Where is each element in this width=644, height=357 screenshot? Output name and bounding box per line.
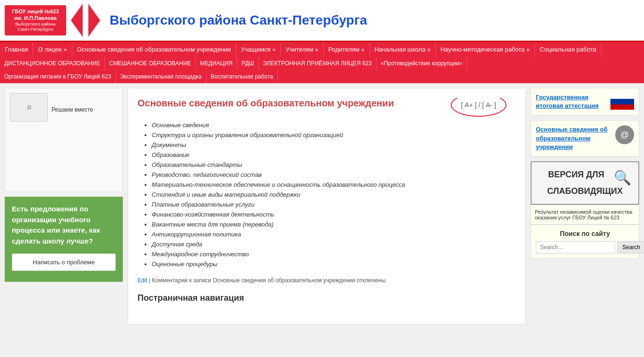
list-item[interactable]: Международное сотрудничество [152,251,516,258]
nav-row-3: Организация питания в ГБОУ Лицей 623 Экс… [0,70,644,83]
content-wrapper: 🖼 Решаем вместе Есть предложения по орга… [0,83,644,329]
gia-link[interactable]: Государственная итоговая аттестация [536,94,599,109]
russian-flag-icon [610,93,634,110]
logo-triangle-left [71,4,83,37]
nav-education-work[interactable]: Воспитательная работа [206,70,278,83]
search-button[interactable]: Search [617,241,644,253]
list-item[interactable]: Вакантные места для приема (перевода) [152,221,516,228]
list-item[interactable]: Образовательные стандарты [152,161,516,168]
nav-science[interactable]: Научно-методическая работа » [436,42,535,57]
nav-teachers[interactable]: Учителям » [281,42,323,57]
list-item[interactable]: Финансово-хозяйственная деятельность [152,211,516,218]
nav-mixed[interactable]: СМЕШАННОЕ ОБРАЗОВАНИЕ [105,57,196,70]
list-item[interactable]: Материально-техническое обеспечение и ос… [152,181,516,188]
list-item[interactable]: Документы [152,141,516,148]
pagination-title: Постраничная навигация [137,293,516,303]
flag-blue-stripe [610,99,634,104]
nav-students[interactable]: Учащимся » [236,42,281,57]
logo-box: ГБОУ лицей №623 им. И.П.Павлова Выборгск… [5,5,66,35]
info-list: Основные сведения Структура и органы упр… [152,122,516,268]
email-at-icon: @ [615,125,634,144]
edit-link[interactable]: Edit [137,277,147,284]
sidebar-green-widget: Есть предложения по организации учебного… [5,197,123,282]
nav-nutrition[interactable]: Организация питания в ГБОУ Лицей 623 [0,70,116,83]
header-title: Выборгского района Санкт-Петербурга [110,13,367,28]
main-content-area: [ А+ ] / [ А- ] Основные сведения об обр… [128,88,526,324]
sidebar-top-widget: 🖼 Решаем вместе [5,88,123,192]
nav-row-1: Главная О лицее » Основные сведения об о… [0,42,644,57]
logo-district: Выборгского района [9,22,61,27]
nav-row-2: ДИСТАНЦИОННОЕ ОБРАЗОВАНИЕ СМЕШАННОЕ ОБРА… [0,57,644,70]
nav-mediation[interactable]: МЕДИАЦИЯ [196,57,237,70]
green-widget-text: Есть предложения по организации учебного… [12,204,116,246]
logo-city: Санкт-Петербурга [9,27,61,33]
gia-widget: Государственная итоговая аттестация [531,88,639,115]
sidebar-logo-image: 🖼 [10,93,48,122]
list-item[interactable]: Доступная среда [152,241,516,248]
search-widget-title: Поиск по сайту [536,230,634,237]
edit-line: Edit | Комментарии к записи Основные све… [137,277,516,284]
nav-distance[interactable]: ДИСТАНЦИОННОЕ ОБРАЗОВАНИЕ [0,57,105,70]
nav-experiment[interactable]: Экспериментальная площадка [116,70,206,83]
list-item[interactable]: Структура и органы управления образовате… [152,131,516,139]
nav-info[interactable]: Основные сведения об образовательном учр… [72,42,236,57]
search-row: Search [536,241,634,253]
font-size-controls[interactable]: [ А+ ] / [ А- ] [451,98,507,117]
nav-about[interactable]: О лицее » [33,42,72,57]
sidebar-right: Государственная итоговая аттестация @ Ос… [531,88,639,324]
write-problem-button[interactable]: Написать о проблеме [12,253,116,271]
header-logo: ГБОУ лицей №623 им. И.П.Павлова Выборгск… [5,4,100,37]
comment-text: | Комментарии к записи Основные сведения… [149,277,386,284]
list-item[interactable]: Антикоррупционная политика [152,231,516,238]
nav-rdsh[interactable]: РДШ [237,57,258,70]
basic-info-link[interactable]: Основные сведения об образовательном учр… [536,126,608,150]
flag-white-stripe [610,93,634,99]
list-item[interactable]: Образование [152,151,516,158]
nav-reception[interactable]: ЭЛЕКТРОННАЯ ПРИЁМНАЯ ЛИЦЕЯ 623 [259,57,377,70]
flag-red-stripe [610,104,634,110]
logo-school-num: ГБОУ лицей №623 им. И.П.Павлова [9,8,61,22]
broken-image-icon: 🖼 [27,105,31,110]
list-item[interactable]: Основные сведения [152,122,516,129]
quality-text: Результат независимой оценки качества ок… [535,209,635,220]
search-widget: Поиск по сайту Search [531,225,639,259]
list-item[interactable]: Платные образовательные услуги [152,201,516,208]
search-input[interactable] [536,241,615,253]
main-navigation: Главная О лицее » Основные сведения об о… [0,42,644,83]
nav-home[interactable]: Главная [0,42,33,57]
list-item[interactable]: Оценочные процедуры [152,261,516,268]
nav-anticorr[interactable]: «Противодействие коррупции» [377,57,467,70]
header: ГБОУ лицей №623 им. И.П.Павлова Выборгск… [0,0,644,42]
nav-social[interactable]: Социальная работа [535,42,601,57]
basic-info-widget: @ Основные сведения об образовательном у… [531,120,639,157]
list-item[interactable]: Руководство, педагогический состав [152,171,516,178]
sidebar-resolute-label: Решаем вместе [52,106,93,113]
visually-impaired-widget[interactable]: 🔍 ВЕРСИЯ ДЛЯ СЛАБОВИДЯЩИХ [531,161,639,205]
magnifier-icon: 🔍 [614,169,631,186]
list-item[interactable]: Стипендия и иные виды материальной подде… [152,191,516,198]
sidebar-left: 🖼 Решаем вместе Есть предложения по орга… [5,88,123,324]
logo-triangle-right [88,4,100,37]
nav-parents[interactable]: Родителям » [324,42,370,57]
nav-elementary[interactable]: Начальная школа » [370,42,436,57]
quality-widget: Результат независимой оценки качества ок… [531,205,639,225]
